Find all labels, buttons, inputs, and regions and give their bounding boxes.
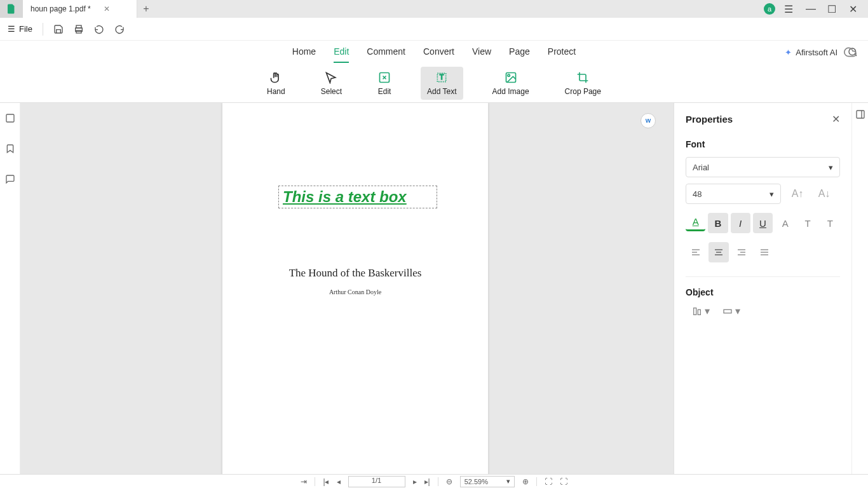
font-section-title: Font (686, 139, 840, 149)
menu-home[interactable]: Home (292, 41, 316, 63)
new-tab-button[interactable]: + (137, 3, 155, 15)
cloud-sync-icon[interactable] (844, 46, 857, 61)
strikethrough-button[interactable]: A (775, 213, 795, 233)
svg-rect-24 (698, 309, 700, 315)
separator (315, 477, 315, 486)
object-section-title: Object (686, 287, 840, 297)
right-sidebar (851, 103, 868, 474)
chevron-down-icon: ▾ (506, 477, 510, 485)
redo-icon[interactable] (114, 24, 125, 34)
prev-page-icon[interactable]: ◂ (337, 477, 341, 486)
font-family-dropdown[interactable]: Arial ▾ (686, 157, 840, 177)
first-page-icon[interactable]: |◂ (323, 477, 329, 486)
convert-to-word-badge[interactable]: W (641, 113, 656, 128)
hamburger-menu-icon[interactable]: ☰ (784, 3, 797, 15)
canvas-area[interactable]: This is a text box The Hound of the Bask… (20, 103, 674, 474)
svg-rect-23 (694, 308, 696, 315)
svg-point-9 (508, 74, 510, 76)
separator (43, 23, 43, 36)
svg-rect-10 (6, 114, 14, 122)
pdf-page[interactable]: This is a text box The Hound of the Bask… (222, 103, 488, 474)
fit-width-icon[interactable]: ⛶ (545, 477, 552, 486)
edit-ribbon: Hand Select Edit T Add Text Add Image Cr… (0, 64, 868, 103)
align-right-button[interactable] (731, 242, 752, 262)
menu-convert[interactable]: Convert (423, 41, 454, 63)
cursor-icon (324, 71, 338, 85)
scroll-top-icon[interactable]: ⇥ (301, 477, 307, 486)
textbox-content: This is a text box (279, 188, 407, 206)
bookmarks-icon[interactable] (5, 144, 15, 156)
ai-assistant-button[interactable]: ✦ Afirstsoft AI (785, 48, 837, 57)
font-size-dropdown[interactable]: 48 ▾ (686, 184, 781, 204)
menu-view[interactable]: View (472, 41, 491, 63)
fit-page-icon[interactable]: ⛶ (560, 477, 567, 486)
increase-font-icon[interactable]: A↑ (787, 184, 808, 204)
close-window-icon[interactable]: ✕ (849, 3, 862, 15)
hand-icon (269, 71, 283, 85)
panel-toggle-icon[interactable] (855, 109, 865, 122)
close-panel-icon[interactable]: ✕ (832, 113, 840, 125)
chevron-down-icon: ▾ (770, 189, 774, 199)
file-toolbar: ☰ File (0, 18, 868, 41)
chevron-down-icon: ▾ (705, 305, 710, 317)
statusbar: ⇥ |◂ ◂ 1/1 ▸ ▸| ⊖ 52.59% ▾ ⊕ ⛶ ⛶ (0, 474, 868, 488)
align-justify-button[interactable] (754, 242, 775, 262)
tab-title: houn page 1.pdf * (31, 4, 91, 13)
page-number-input[interactable]: 1/1 (348, 476, 405, 487)
file-menu-button[interactable]: ☰ File (8, 24, 32, 34)
left-sidebar (0, 103, 20, 474)
properties-title: Properties (686, 114, 733, 125)
chevron-down-icon: ▾ (829, 163, 833, 172)
maximize-icon[interactable]: ☐ (827, 3, 840, 15)
select-tool-button[interactable]: Select (315, 67, 348, 100)
sparkle-icon: ✦ (785, 48, 792, 57)
svg-rect-25 (724, 309, 731, 313)
last-page-icon[interactable]: ▸| (424, 477, 430, 486)
menu-edit[interactable]: Edit (334, 41, 349, 63)
next-page-icon[interactable]: ▸ (413, 477, 417, 486)
comments-icon[interactable] (5, 174, 15, 187)
svg-text:T: T (440, 74, 444, 81)
menu-page[interactable]: Page (509, 41, 530, 63)
object-align-button[interactable]: ▾ (692, 305, 710, 317)
hand-tool-button[interactable]: Hand (261, 67, 292, 100)
divider (686, 276, 840, 277)
align-center-button[interactable] (709, 242, 729, 262)
text-icon: T (435, 71, 449, 85)
separator (536, 477, 537, 486)
zoom-level-dropdown[interactable]: 52.59% ▾ (460, 476, 515, 487)
user-avatar[interactable]: a (764, 3, 775, 15)
edit-icon (377, 71, 391, 85)
print-icon[interactable] (74, 24, 84, 34)
align-left-button[interactable] (686, 242, 706, 262)
thumbnails-icon[interactable] (5, 113, 15, 126)
svg-rect-26 (857, 111, 864, 118)
subscript-button[interactable]: T (820, 213, 840, 233)
edit-tool-button[interactable]: Edit (371, 67, 398, 100)
minimize-icon[interactable]: — (806, 3, 818, 15)
menu-comment[interactable]: Comment (367, 41, 405, 63)
undo-icon[interactable] (94, 24, 104, 34)
main-menu: Home Edit Comment Convert View Page Prot… (0, 41, 868, 64)
object-distribute-button[interactable]: ▾ (722, 305, 740, 317)
document-tab[interactable]: houn page 1.pdf * ✕ (23, 0, 137, 18)
superscript-button[interactable]: T (797, 213, 817, 233)
editable-text-box[interactable]: This is a text box (278, 186, 437, 208)
italic-button[interactable]: I (731, 213, 750, 233)
add-text-button[interactable]: T Add Text (421, 67, 463, 100)
font-color-button[interactable]: A (686, 213, 705, 231)
menu-protect[interactable]: Protect (548, 41, 576, 63)
zoom-in-icon[interactable]: ⊕ (522, 477, 529, 486)
crop-page-button[interactable]: Crop Page (559, 67, 607, 100)
image-icon (504, 71, 518, 85)
zoom-out-icon[interactable]: ⊖ (446, 477, 452, 486)
add-image-button[interactable]: Add Image (486, 67, 536, 100)
decrease-font-icon[interactable]: A↓ (814, 184, 834, 204)
workspace: This is a text box The Hound of the Bask… (0, 103, 868, 474)
crop-icon (576, 71, 590, 85)
tab-close-icon[interactable]: ✕ (104, 4, 110, 13)
hamburger-icon: ☰ (8, 24, 15, 34)
save-icon[interactable] (53, 24, 64, 34)
bold-button[interactable]: B (708, 213, 728, 233)
underline-button[interactable]: U (753, 213, 773, 233)
